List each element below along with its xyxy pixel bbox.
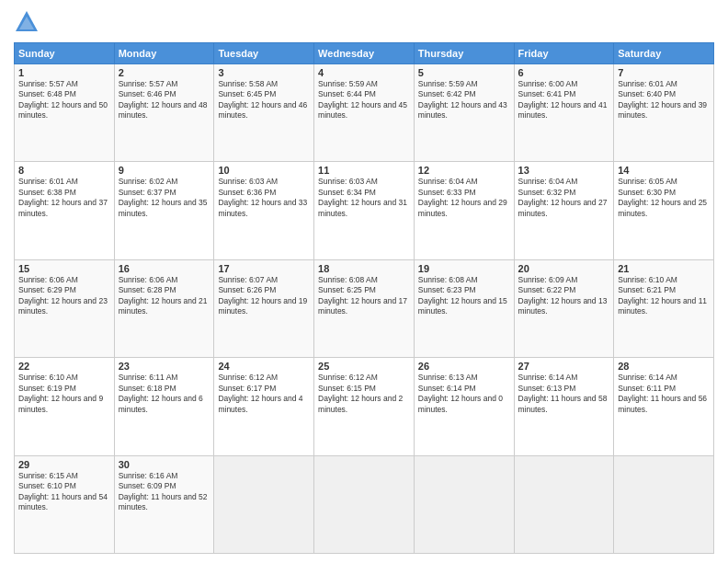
- calendar-cell: 23Sunrise: 6:11 AMSunset: 6:18 PMDayligh…: [114, 358, 214, 455]
- calendar-cell: 15Sunrise: 6:06 AMSunset: 6:29 PMDayligh…: [15, 259, 115, 357]
- day-number: 20: [518, 263, 610, 274]
- day-info: Sunrise: 6:01 AMSunset: 6:40 PMDaylight:…: [618, 79, 710, 121]
- calendar-cell: 4Sunrise: 5:59 AMSunset: 6:44 PMDaylight…: [314, 64, 415, 162]
- calendar-cell: 10Sunrise: 6:03 AMSunset: 6:36 PMDayligh…: [214, 162, 314, 259]
- calendar-week-row: 15Sunrise: 6:06 AMSunset: 6:29 PMDayligh…: [15, 259, 714, 357]
- calendar-cell: 26Sunrise: 6:13 AMSunset: 6:14 PMDayligh…: [414, 358, 514, 455]
- logo-icon: [14, 9, 40, 35]
- day-info: Sunrise: 5:57 AMSunset: 6:48 PMDaylight:…: [18, 79, 110, 121]
- day-info: Sunrise: 6:11 AMSunset: 6:18 PMDaylight:…: [119, 373, 210, 415]
- calendar-week-row: 8Sunrise: 6:01 AMSunset: 6:38 PMDaylight…: [15, 162, 714, 259]
- calendar-cell: 3Sunrise: 5:58 AMSunset: 6:45 PMDaylight…: [214, 64, 314, 162]
- day-header: Wednesday: [314, 43, 415, 64]
- calendar-cell: 27Sunrise: 6:14 AMSunset: 6:13 PMDayligh…: [514, 358, 614, 455]
- calendar-cell: 29Sunrise: 6:15 AMSunset: 6:10 PMDayligh…: [15, 455, 115, 553]
- calendar-cell: 8Sunrise: 6:01 AMSunset: 6:38 PMDaylight…: [15, 162, 115, 259]
- calendar-cell: 7Sunrise: 6:01 AMSunset: 6:40 PMDaylight…: [614, 64, 714, 162]
- day-info: Sunrise: 6:08 AMSunset: 6:23 PMDaylight:…: [418, 275, 510, 317]
- day-info: Sunrise: 6:15 AMSunset: 6:10 PMDaylight:…: [18, 471, 110, 513]
- day-number: 21: [618, 263, 710, 274]
- day-info: Sunrise: 6:05 AMSunset: 6:30 PMDaylight:…: [618, 177, 710, 219]
- day-info: Sunrise: 6:00 AMSunset: 6:41 PMDaylight:…: [518, 79, 610, 121]
- day-number: 30: [119, 459, 210, 470]
- day-number: 19: [418, 263, 510, 274]
- day-number: 7: [618, 67, 710, 78]
- day-number: 12: [418, 165, 510, 176]
- day-info: Sunrise: 6:09 AMSunset: 6:22 PMDaylight:…: [518, 275, 610, 317]
- calendar-cell: 11Sunrise: 6:03 AMSunset: 6:34 PMDayligh…: [314, 162, 415, 259]
- day-header: Tuesday: [214, 43, 314, 64]
- day-number: 24: [218, 361, 310, 372]
- calendar-cell: [314, 455, 415, 553]
- day-info: Sunrise: 5:59 AMSunset: 6:42 PMDaylight:…: [418, 79, 510, 121]
- day-info: Sunrise: 6:06 AMSunset: 6:28 PMDaylight:…: [119, 275, 210, 317]
- day-number: 22: [18, 361, 110, 372]
- day-header: Monday: [114, 43, 214, 64]
- day-number: 17: [218, 263, 310, 274]
- calendar-cell: 5Sunrise: 5:59 AMSunset: 6:42 PMDaylight…: [414, 64, 514, 162]
- day-info: Sunrise: 5:59 AMSunset: 6:44 PMDaylight:…: [318, 79, 410, 121]
- calendar-cell: [214, 455, 314, 553]
- calendar-cell: 22Sunrise: 6:10 AMSunset: 6:19 PMDayligh…: [15, 358, 115, 455]
- day-info: Sunrise: 6:08 AMSunset: 6:25 PMDaylight:…: [318, 275, 410, 317]
- day-number: 29: [18, 459, 110, 470]
- day-number: 27: [518, 361, 610, 372]
- day-info: Sunrise: 6:12 AMSunset: 6:15 PMDaylight:…: [318, 373, 410, 415]
- calendar-table: SundayMondayTuesdayWednesdayThursdayFrid…: [14, 42, 714, 554]
- calendar-cell: 25Sunrise: 6:12 AMSunset: 6:15 PMDayligh…: [314, 358, 415, 455]
- day-number: 1: [18, 67, 110, 78]
- day-number: 13: [518, 165, 610, 176]
- day-info: Sunrise: 6:14 AMSunset: 6:13 PMDaylight:…: [518, 373, 610, 415]
- calendar-cell: 9Sunrise: 6:02 AMSunset: 6:37 PMDaylight…: [114, 162, 214, 259]
- calendar-cell: 16Sunrise: 6:06 AMSunset: 6:28 PMDayligh…: [114, 259, 214, 357]
- day-number: 25: [318, 361, 410, 372]
- day-info: Sunrise: 5:58 AMSunset: 6:45 PMDaylight:…: [218, 79, 310, 121]
- day-number: 8: [18, 165, 110, 176]
- day-info: Sunrise: 6:01 AMSunset: 6:38 PMDaylight:…: [18, 177, 110, 219]
- day-number: 23: [119, 361, 210, 372]
- calendar-cell: 2Sunrise: 5:57 AMSunset: 6:46 PMDaylight…: [114, 64, 214, 162]
- calendar-cell: 1Sunrise: 5:57 AMSunset: 6:48 PMDaylight…: [15, 64, 115, 162]
- day-info: Sunrise: 6:06 AMSunset: 6:29 PMDaylight:…: [18, 275, 110, 317]
- day-number: 6: [518, 67, 610, 78]
- calendar-cell: 30Sunrise: 6:16 AMSunset: 6:09 PMDayligh…: [114, 455, 214, 553]
- calendar-cell: 19Sunrise: 6:08 AMSunset: 6:23 PMDayligh…: [414, 259, 514, 357]
- day-number: 9: [119, 165, 210, 176]
- day-header: Thursday: [414, 43, 514, 64]
- day-info: Sunrise: 6:14 AMSunset: 6:11 PMDaylight:…: [618, 373, 710, 415]
- day-info: Sunrise: 6:10 AMSunset: 6:21 PMDaylight:…: [618, 275, 710, 317]
- calendar-cell: [514, 455, 614, 553]
- day-info: Sunrise: 6:03 AMSunset: 6:36 PMDaylight:…: [218, 177, 310, 219]
- day-header: Sunday: [15, 43, 115, 64]
- day-info: Sunrise: 6:02 AMSunset: 6:37 PMDaylight:…: [119, 177, 210, 219]
- calendar-cell: 13Sunrise: 6:04 AMSunset: 6:32 PMDayligh…: [514, 162, 614, 259]
- header: [14, 9, 714, 35]
- day-number: 3: [218, 67, 310, 78]
- day-number: 14: [618, 165, 710, 176]
- day-info: Sunrise: 6:03 AMSunset: 6:34 PMDaylight:…: [318, 177, 410, 219]
- calendar-cell: 28Sunrise: 6:14 AMSunset: 6:11 PMDayligh…: [614, 358, 714, 455]
- day-header: Friday: [514, 43, 614, 64]
- day-number: 10: [218, 165, 310, 176]
- day-number: 28: [618, 361, 710, 372]
- calendar-cell: 20Sunrise: 6:09 AMSunset: 6:22 PMDayligh…: [514, 259, 614, 357]
- day-info: Sunrise: 6:16 AMSunset: 6:09 PMDaylight:…: [119, 471, 210, 513]
- day-info: Sunrise: 6:12 AMSunset: 6:17 PMDaylight:…: [218, 373, 310, 415]
- calendar-cell: 18Sunrise: 6:08 AMSunset: 6:25 PMDayligh…: [314, 259, 415, 357]
- calendar-week-row: 1Sunrise: 5:57 AMSunset: 6:48 PMDaylight…: [15, 64, 714, 162]
- calendar-cell: 12Sunrise: 6:04 AMSunset: 6:33 PMDayligh…: [414, 162, 514, 259]
- calendar-cell: 14Sunrise: 6:05 AMSunset: 6:30 PMDayligh…: [614, 162, 714, 259]
- calendar-header-row: SundayMondayTuesdayWednesdayThursdayFrid…: [15, 43, 714, 64]
- day-info: Sunrise: 5:57 AMSunset: 6:46 PMDaylight:…: [119, 79, 210, 121]
- day-header: Saturday: [614, 43, 714, 64]
- day-number: 16: [119, 263, 210, 274]
- day-info: Sunrise: 6:04 AMSunset: 6:32 PMDaylight:…: [518, 177, 610, 219]
- page: SundayMondayTuesdayWednesdayThursdayFrid…: [0, 0, 728, 563]
- day-number: 2: [119, 67, 210, 78]
- logo: [14, 9, 43, 35]
- day-info: Sunrise: 6:04 AMSunset: 6:33 PMDaylight:…: [418, 177, 510, 219]
- day-info: Sunrise: 6:13 AMSunset: 6:14 PMDaylight:…: [418, 373, 510, 415]
- day-number: 4: [318, 67, 410, 78]
- day-number: 18: [318, 263, 410, 274]
- day-number: 5: [418, 67, 510, 78]
